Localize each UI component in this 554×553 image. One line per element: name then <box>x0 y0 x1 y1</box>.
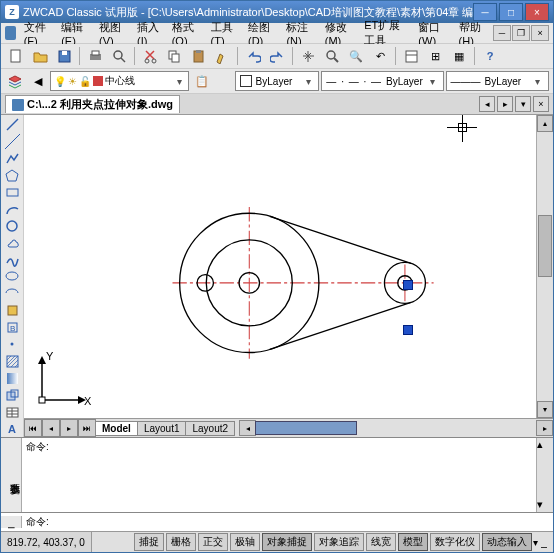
paste-icon[interactable] <box>187 45 209 67</box>
region-icon[interactable] <box>3 387 21 403</box>
tab-next-icon[interactable]: ▸ <box>60 419 78 437</box>
tab-prev-icon[interactable]: ◂ <box>42 419 60 437</box>
scroll-thumb[interactable] <box>538 215 552 277</box>
coordinates-display[interactable]: 819.72, 403.37, 0 <box>1 532 92 552</box>
pan-icon[interactable] <box>297 45 319 67</box>
status-grid[interactable]: 栅格 <box>166 533 196 551</box>
grip-point[interactable] <box>403 280 413 290</box>
scroll-down-icon[interactable]: ▾ <box>537 498 553 512</box>
zoom-icon[interactable] <box>321 45 343 67</box>
polyline-icon[interactable] <box>3 151 21 167</box>
circle-icon[interactable] <box>3 218 21 234</box>
color-combo[interactable]: ByLayer ▾ <box>235 71 320 91</box>
line-icon[interactable] <box>3 117 21 133</box>
scroll-left-icon[interactable]: ◂ <box>239 420 256 436</box>
ellipse-icon[interactable] <box>3 269 21 285</box>
tab-close-button[interactable]: × <box>533 96 549 112</box>
rectangle-icon[interactable] <box>3 185 21 201</box>
status-tray-icon[interactable]: ▾ <box>533 537 538 548</box>
scroll-thumb[interactable] <box>255 421 357 435</box>
properties-icon[interactable] <box>400 45 422 67</box>
vertical-scrollbar[interactable]: ▴ ▾ <box>536 115 553 418</box>
tab-model[interactable]: Model <box>95 421 138 436</box>
maximize-button[interactable]: □ <box>499 3 523 21</box>
layer-manager-icon[interactable] <box>5 70 26 92</box>
svg-rect-50 <box>39 397 45 403</box>
command-handle-icon[interactable]: ⎯ <box>1 516 22 528</box>
status-osnap[interactable]: 对象捕捉 <box>262 533 312 551</box>
command-scrollbar[interactable]: ▴ ▾ <box>536 438 553 512</box>
layer-prev-icon[interactable]: ◀ <box>28 70 49 92</box>
drawing-canvas[interactable]: Y X <box>24 115 536 418</box>
open-icon[interactable] <box>29 45 51 67</box>
scroll-down-icon[interactable]: ▾ <box>537 401 553 418</box>
tab-scroll-right[interactable]: ▸ <box>497 96 513 112</box>
ellipse-arc-icon[interactable] <box>3 286 21 302</box>
arc-icon[interactable] <box>3 201 21 217</box>
copy-icon[interactable] <box>163 45 185 67</box>
scroll-right-icon[interactable]: ▸ <box>536 420 553 436</box>
scroll-up-icon[interactable]: ▴ <box>537 115 553 132</box>
point-icon[interactable] <box>3 337 21 353</box>
status-dyn[interactable]: 动态输入 <box>482 533 532 551</box>
cut-icon[interactable] <box>139 45 161 67</box>
revcloud-icon[interactable] <box>3 235 21 251</box>
linetype-combo[interactable]: — · — · — ByLayer ▾ <box>321 71 443 91</box>
match-icon[interactable] <box>211 45 233 67</box>
layout-tab-bar: ⏮ ◂ ▸ ⏭ Model Layout1 Layout2 ◂ ▸ <box>24 418 553 437</box>
xline-icon[interactable] <box>3 134 21 150</box>
tab-scroll-left[interactable]: ◂ <box>479 96 495 112</box>
command-history-text[interactable]: 命令: <box>22 438 536 512</box>
undo-icon[interactable] <box>242 45 264 67</box>
status-lock-icon[interactable]: ⎯ <box>541 537 547 548</box>
tab-first-icon[interactable]: ⏮ <box>24 419 42 437</box>
status-lwt[interactable]: 线宽 <box>366 533 396 551</box>
status-otrack[interactable]: 对象追踪 <box>314 533 364 551</box>
command-history: 参数选项 命令: ▴ ▾ <box>1 437 553 512</box>
doc-restore-button[interactable]: ❐ <box>512 25 530 41</box>
gradient-icon[interactable] <box>3 370 21 386</box>
scroll-up-icon[interactable]: ▴ <box>537 438 553 452</box>
status-model[interactable]: 模型 <box>398 533 428 551</box>
status-digi[interactable]: 数字化仪 <box>430 533 480 551</box>
svg-rect-28 <box>7 373 18 384</box>
table-icon[interactable] <box>3 404 21 420</box>
tab-layout1[interactable]: Layout1 <box>137 421 187 436</box>
layer-combo[interactable]: 💡 ☀ 🔓 中心线 ▾ <box>50 71 189 91</box>
app-menu-icon[interactable] <box>5 26 16 40</box>
new-icon[interactable] <box>5 45 27 67</box>
zoom-prev-icon[interactable]: ↶ <box>369 45 391 67</box>
spline-icon[interactable] <box>3 252 21 268</box>
grip-point[interactable] <box>403 325 413 335</box>
horizontal-scrollbar[interactable]: ◂ ▸ <box>239 420 553 436</box>
command-input[interactable]: 命令: <box>22 515 553 529</box>
hatch-icon[interactable] <box>3 353 21 369</box>
insert-block-icon[interactable] <box>3 303 21 319</box>
redo-icon[interactable] <box>266 45 288 67</box>
make-block-icon[interactable]: B <box>3 320 21 336</box>
polygon-icon[interactable] <box>3 168 21 184</box>
lineweight-combo[interactable]: ——— ByLayer ▾ <box>446 71 549 91</box>
layer-states-icon[interactable]: 📋 <box>191 70 212 92</box>
document-tab[interactable]: C:\...2 利用夹点拉伸对象.dwg <box>5 95 180 113</box>
design-center-icon[interactable]: ⊞ <box>424 45 446 67</box>
tab-menu-button[interactable]: ▾ <box>515 96 531 112</box>
status-polar[interactable]: 极轴 <box>230 533 260 551</box>
tab-layout2[interactable]: Layout2 <box>185 421 235 436</box>
zoom-window-icon[interactable]: 🔍 <box>345 45 367 67</box>
mtext-icon[interactable]: A <box>3 421 21 437</box>
status-snap[interactable]: 捕捉 <box>134 533 164 551</box>
tool-palette-icon[interactable]: ▦ <box>448 45 470 67</box>
preview-icon[interactable] <box>108 45 130 67</box>
status-ortho[interactable]: 正交 <box>198 533 228 551</box>
help-icon[interactable]: ? <box>479 45 501 67</box>
doc-close-button[interactable]: × <box>531 25 549 41</box>
layer-toolbar: ◀ 💡 ☀ 🔓 中心线 ▾ 📋 ByLayer ▾ — · — · — ByLa… <box>1 69 553 94</box>
close-button[interactable]: × <box>525 3 549 21</box>
svg-rect-4 <box>92 51 99 55</box>
doc-minimize-button[interactable]: ─ <box>493 25 511 41</box>
save-icon[interactable] <box>53 45 75 67</box>
dropdown-icon: ▾ <box>427 76 439 87</box>
tab-last-icon[interactable]: ⏭ <box>78 419 96 437</box>
print-icon[interactable] <box>84 45 106 67</box>
